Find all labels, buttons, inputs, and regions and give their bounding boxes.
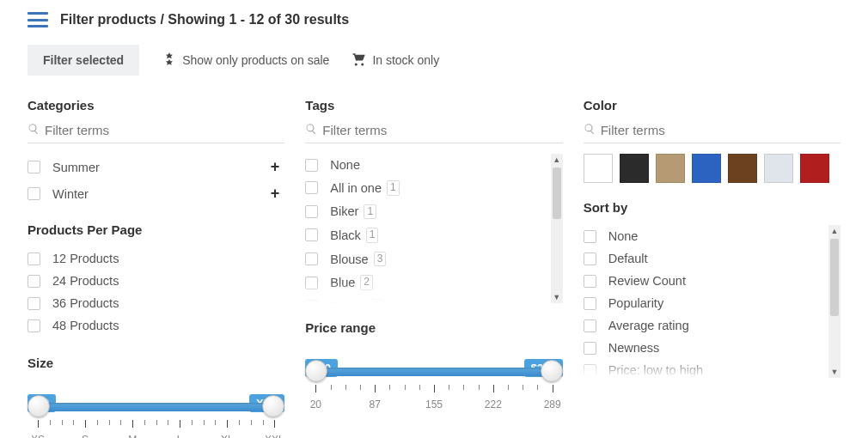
color-search-input[interactable]: [601, 123, 840, 137]
list-item[interactable]: Summer+: [28, 154, 284, 180]
tags-search-input[interactable]: [322, 123, 562, 137]
item-label: None: [608, 229, 639, 243]
color-swatch[interactable]: [656, 154, 685, 183]
checkbox[interactable]: [584, 230, 596, 243]
item-label: Black: [330, 228, 360, 242]
size-rail: [38, 403, 274, 411]
sale-icon: [162, 52, 177, 69]
list-item[interactable]: Blue2: [305, 271, 545, 295]
checkbox[interactable]: [28, 297, 40, 310]
checkbox[interactable]: [584, 275, 596, 288]
price-tick-label: 87: [369, 398, 380, 411]
tags-scrollbar[interactable]: ▲ ▼: [551, 154, 563, 303]
color-swatch[interactable]: [620, 154, 649, 183]
expand-icon[interactable]: +: [271, 185, 285, 203]
scroll-down-icon[interactable]: ▼: [828, 366, 840, 378]
sort-title: Sort by: [584, 200, 840, 215]
list-item[interactable]: 36 Products: [28, 292, 284, 314]
price-handle-min[interactable]: [305, 360, 327, 382]
checkbox[interactable]: [305, 277, 318, 289]
checkbox[interactable]: [28, 275, 40, 288]
sort-scrollbar[interactable]: ▲ ▼: [828, 225, 840, 378]
list-item[interactable]: None: [305, 154, 545, 176]
size-handle-max[interactable]: [262, 395, 284, 417]
menu-icon[interactable]: [28, 12, 48, 27]
color-swatch[interactable]: [800, 154, 829, 183]
cart-icon: [351, 52, 367, 69]
price-tick-label: 222: [485, 398, 502, 411]
checkbox[interactable]: [584, 252, 596, 265]
price-rail: [315, 368, 552, 376]
color-swatch[interactable]: [692, 154, 721, 183]
expand-icon[interactable]: +: [271, 158, 285, 176]
size-tick-label: S: [82, 434, 89, 438]
list-item[interactable]: All in one1: [305, 176, 545, 200]
tags-scrollbox: NoneAll in one1Biker1Black1Blouse3Blue2B…: [305, 154, 562, 303]
list-item[interactable]: 48 Products: [28, 314, 284, 337]
item-label: Average rating: [608, 319, 689, 332]
categories-search-input[interactable]: [45, 123, 284, 137]
count-badge: 1: [366, 228, 379, 243]
count-badge: 1: [364, 204, 376, 220]
price-tick-label: 289: [544, 398, 561, 411]
color-search[interactable]: [584, 123, 840, 143]
price-slider[interactable]: $20 $289 2087155222289: [305, 359, 562, 412]
list-item[interactable]: Review Count: [584, 270, 823, 292]
checkbox[interactable]: [305, 159, 318, 172]
list-item[interactable]: Biker1: [305, 200, 545, 224]
list-item[interactable]: Popularity: [584, 292, 823, 314]
scroll-down-icon[interactable]: ▼: [551, 291, 563, 303]
on-sale-toggle[interactable]: Show only products on sale: [162, 52, 329, 69]
size-tick-label: XS: [31, 434, 45, 438]
list-item[interactable]: Average rating: [584, 314, 823, 337]
color-swatch[interactable]: [584, 154, 613, 183]
list-item[interactable]: Default: [584, 247, 823, 270]
checkbox[interactable]: [305, 181, 318, 194]
checkbox[interactable]: [305, 205, 318, 218]
on-sale-label: Show only products on sale: [182, 53, 329, 67]
list-item[interactable]: Price: low to high: [584, 359, 823, 378]
size-handle-min[interactable]: [28, 395, 50, 417]
size-title: Size: [28, 356, 284, 370]
checkbox[interactable]: [584, 342, 596, 355]
checkbox[interactable]: [28, 187, 40, 200]
list-item[interactable]: Newness: [584, 337, 823, 359]
tags-search[interactable]: [305, 123, 562, 143]
checkbox[interactable]: [28, 252, 40, 265]
item-label: 12 Products: [52, 252, 119, 265]
size-tick-label: M: [128, 434, 137, 438]
tags-scroll-thumb[interactable]: [553, 167, 561, 219]
checkbox[interactable]: [305, 228, 318, 241]
checkbox[interactable]: [305, 252, 318, 265]
in-stock-toggle[interactable]: In stock only: [351, 52, 439, 69]
scroll-up-icon[interactable]: ▲: [828, 225, 840, 237]
item-label: Default: [608, 252, 648, 265]
checkbox[interactable]: [28, 161, 40, 173]
count-badge: 2: [360, 275, 373, 290]
size-slider[interactable]: XS XXL XSSMLXLXXL: [28, 394, 284, 438]
item-label: Summer: [52, 161, 100, 174]
color-swatch[interactable]: [728, 154, 757, 183]
list-item[interactable]: Brown2: [305, 295, 545, 303]
list-item[interactable]: 24 Products: [28, 270, 284, 292]
scroll-up-icon[interactable]: ▲: [551, 154, 563, 166]
checkbox[interactable]: [584, 364, 596, 377]
page-title: Filter products / Showing 1 - 12 of 30 r…: [60, 12, 349, 27]
checkbox[interactable]: [28, 319, 40, 332]
filter-selected-button[interactable]: Filter selected: [28, 45, 139, 76]
sort-scroll-thumb[interactable]: [830, 239, 839, 316]
checkbox[interactable]: [305, 300, 318, 303]
list-item[interactable]: Winter+: [28, 180, 284, 207]
list-item[interactable]: Blouse3: [305, 247, 545, 271]
list-item[interactable]: None: [584, 225, 823, 247]
item-label: Price: low to high: [608, 363, 703, 377]
count-badge: 2: [370, 299, 383, 303]
list-item[interactable]: 12 Products: [28, 247, 284, 270]
list-item[interactable]: Black1: [305, 223, 545, 247]
checkbox[interactable]: [584, 297, 596, 310]
item-label: 24 Products: [52, 274, 119, 288]
categories-search[interactable]: [28, 123, 284, 143]
checkbox[interactable]: [584, 319, 596, 332]
price-handle-max[interactable]: [541, 360, 563, 382]
color-swatch[interactable]: [764, 154, 793, 183]
